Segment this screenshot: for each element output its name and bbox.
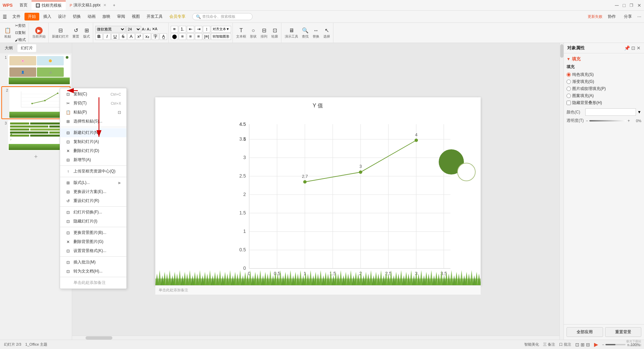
maximize-btn[interactable]: □ xyxy=(623,3,626,8)
ctx-new-slide[interactable]: ⊟ 新建幻灯片(N) xyxy=(60,128,126,137)
justify-btn[interactable]: ≡ xyxy=(195,33,202,40)
tab-outline[interactable]: 大纲 xyxy=(1,44,16,52)
paste-btn[interactable]: 📋 粘贴 xyxy=(3,26,13,40)
ctx-layout[interactable]: ⊞ 版式(L)... ▶ xyxy=(60,178,126,187)
apply-all-btn[interactable]: 全部应用 xyxy=(567,327,603,337)
search-box[interactable]: 🔍 查找命令、搜索模板 xyxy=(192,13,253,20)
align-left-btn[interactable]: ⬤ xyxy=(171,33,178,40)
props-expand-icon[interactable]: ⊡ xyxy=(631,45,635,51)
text-box-btn[interactable]: T 文本框 xyxy=(235,26,248,40)
ctx-new-section[interactable]: ⊟ 新增节(A) xyxy=(60,155,126,164)
ctx-convert-doc[interactable]: ⊡ 转为文文档(H)... xyxy=(60,267,126,276)
menu-switch[interactable]: 切换 xyxy=(70,12,84,21)
ctx-copy-slide[interactable]: ⊡ 复制幻灯片(A) xyxy=(60,137,126,146)
menu-insert[interactable]: 插入 xyxy=(41,12,54,21)
font-name-select[interactable]: 微软雅黑 xyxy=(95,26,125,33)
color-picker-btn[interactable] xyxy=(585,108,636,116)
solid-fill-radio[interactable]: 纯色填充(S) xyxy=(567,72,641,78)
find-btn[interactable]: 🔍 查找 xyxy=(300,26,310,40)
subscript-btn[interactable]: x₂ xyxy=(144,33,151,40)
ctx-selective-paste[interactable]: ⊞ 选择性粘贴(S)... xyxy=(60,117,126,126)
reset-btn[interactable]: ↺ 重置 xyxy=(71,26,81,40)
align-right-btn[interactable]: ≡ xyxy=(187,33,194,40)
scrollbar-thumb[interactable] xyxy=(560,44,564,58)
reset-bg-btn[interactable]: 重置背景 xyxy=(605,327,642,337)
replace-btn[interactable]: ↔ 替换 xyxy=(311,26,321,40)
ctx-set-bg-style[interactable]: ⊡ 设置背景格式(K)... xyxy=(60,246,126,255)
clear-format-btn[interactable]: ✕A xyxy=(152,27,157,31)
ctx-delete-slide[interactable]: ✕ 删除幻灯片(D) xyxy=(60,146,126,155)
transparency-decrease-btn[interactable]: − xyxy=(586,118,588,123)
underline-btn[interactable]: U xyxy=(111,33,119,40)
close-btn[interactable]: ✕ xyxy=(637,3,641,8)
zoom-slider[interactable] xyxy=(605,344,626,345)
bullets-btn[interactable]: ≡ xyxy=(171,26,178,33)
ctx-paste[interactable]: 📋 粘贴(P) ⊡ xyxy=(60,108,126,117)
font-size-select[interactable]: 24 xyxy=(126,26,141,33)
new-slide-btn[interactable]: ⊟ 新建幻灯片 xyxy=(51,26,70,40)
indent-increase-btn[interactable]: ⇥ xyxy=(195,26,202,33)
ctx-insert-note[interactable]: ⊡ 插入批注(M) xyxy=(60,258,126,267)
normal-view-btn[interactable]: ⊡ xyxy=(575,342,579,347)
menu-file[interactable]: 文件 xyxy=(10,12,23,21)
ctx-reset-slide[interactable]: ↺ 重设幻灯片(R) xyxy=(60,196,126,205)
menu-play[interactable]: 放映 xyxy=(100,12,113,21)
vertical-scrollbar[interactable] xyxy=(559,43,564,340)
h-scrollbar-thumb[interactable] xyxy=(86,336,112,340)
ctx-cut[interactable]: ✂ 剪切(T) Ctrl+X xyxy=(60,99,126,108)
tab-slides[interactable]: 幻灯片 xyxy=(17,44,36,52)
italic-btn[interactable]: I xyxy=(103,33,111,40)
font-increase-btn[interactable]: A↑ xyxy=(142,27,146,31)
ctx-upload[interactable]: ↑ 上传至框壳资源中心(Q) xyxy=(60,167,126,176)
gradient-fill-radio[interactable]: 渐变填充(G) xyxy=(567,79,641,85)
slide-thumb-1[interactable]: 1 🌸 🌼 👤 🏞 xyxy=(1,55,70,85)
menu-design[interactable]: 设计 xyxy=(55,12,69,21)
canvas-area[interactable]: Y 值 xyxy=(72,43,564,340)
text-style-btn[interactable]: 字 xyxy=(152,33,159,40)
ctx-change-design[interactable]: ⊟ 更换设计方案(E)... xyxy=(60,187,126,196)
menu-view[interactable]: 视图 xyxy=(129,12,143,21)
demo-tool-btn[interactable]: 🖥 演示工具 xyxy=(283,26,300,40)
reader-view-btn[interactable]: ⊟ xyxy=(586,342,590,347)
format-btn[interactable]: 🖌 格式 xyxy=(13,37,27,43)
hamburger-icon[interactable]: ☰ xyxy=(3,14,7,19)
ctx-change-bg[interactable]: ⊡ 更换背景图片(B)... xyxy=(60,228,126,237)
ctx-transition[interactable]: ⊡ 幻灯片切换(F)... xyxy=(60,208,126,217)
cut-btn[interactable]: ✂ 剪切 xyxy=(13,22,27,29)
copy-btn[interactable]: ⊡ 复制 xyxy=(13,30,27,36)
grid-view-btn[interactable]: ⊞ xyxy=(581,342,585,347)
arrange-btn[interactable]: ⊟ 排列 xyxy=(259,26,269,40)
superscript-btn[interactable]: x² xyxy=(136,33,143,40)
collaborate-btn[interactable]: 协作 xyxy=(605,12,619,21)
font-color-btn[interactable]: A̲ xyxy=(160,33,167,40)
minimize-btn[interactable]: ─ xyxy=(615,2,619,8)
tab-home[interactable]: 首页 xyxy=(15,1,32,9)
more-icon[interactable]: ⋯ xyxy=(637,14,641,19)
pattern-fill-radio[interactable]: 图案填充(A) xyxy=(567,93,641,99)
props-close-icon[interactable]: ✕ xyxy=(637,45,641,51)
ctx-copy[interactable]: ⊡ 复制(C) Ctrl+C xyxy=(60,90,126,99)
note-area[interactable]: 单击此处添加备注 xyxy=(155,285,481,295)
restore-btn[interactable]: ❐ xyxy=(630,3,633,8)
update-btn[interactable]: 更新失败 xyxy=(588,14,602,19)
hide-bg-checkbox[interactable]: 隐藏背景叠形(H) xyxy=(567,100,641,106)
line-spacing-btn[interactable]: ↕ xyxy=(203,26,210,33)
ctx-hide-slide[interactable]: ⊡ 隐藏幻灯片(I) xyxy=(60,217,126,226)
col-spacing-btn[interactable]: |≡| xyxy=(203,33,210,40)
strikethrough-btn[interactable]: S̶ xyxy=(119,33,127,40)
menu-vip[interactable]: 会员专享 xyxy=(167,12,188,21)
select-btn[interactable]: ↖ 选择 xyxy=(322,26,332,40)
tab-template[interactable]: 🔲 找框壳模板 xyxy=(32,1,66,10)
transparency-slider[interactable] xyxy=(589,120,626,121)
layout-btn[interactable]: ⊞ 版式 xyxy=(82,26,92,40)
shadow-btn[interactable]: A xyxy=(127,33,135,40)
font-decrease-btn[interactable]: A↓ xyxy=(147,27,151,31)
fill-arrow[interactable]: ▼ xyxy=(567,57,571,61)
shape-btn[interactable]: ○ 形状 xyxy=(248,26,258,40)
menu-animation[interactable]: 动画 xyxy=(85,12,98,21)
picture-fill-radio[interactable]: 图片或纹理填充(P) xyxy=(567,86,641,92)
add-tab-btn[interactable]: + xyxy=(110,2,118,9)
play-btn[interactable]: ▶ 当前开始 xyxy=(31,26,47,40)
zoom-out-btn[interactable]: − xyxy=(602,343,604,347)
smart-art-btn[interactable]: 转智能图形 xyxy=(211,33,231,40)
